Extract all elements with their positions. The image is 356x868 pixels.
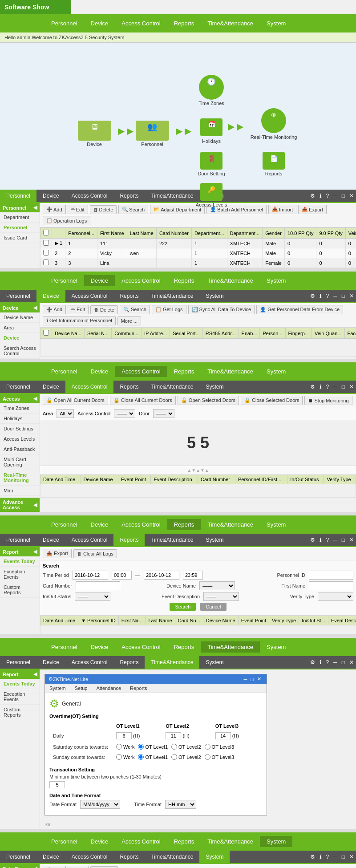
sat-ot1-radio[interactable] [138,744,144,750]
from-time-input[interactable] [112,571,132,580]
device-select-all[interactable] [43,330,49,336]
nav-device-3[interactable]: Device [84,366,115,377]
tab-device-a[interactable]: Device [36,381,65,393]
get-personnel-button[interactable]: 👤 Get Personnel Data From Device [256,305,343,314]
info-icon-4[interactable]: ℹ [317,535,324,545]
edit-device-button[interactable]: ✏ Edit [68,305,89,314]
col-event-desc[interactable]: Event Description [151,475,198,484]
sidebar-item-realtime[interactable]: Real-Time Monitoring [0,470,40,486]
col-ip[interactable]: IP Addre... [142,328,170,339]
verify-type-select[interactable] [318,592,353,601]
col-ep[interactable]: Event Point [238,616,269,625]
nav-access-6[interactable]: Access Control [115,836,167,847]
sidebar-item-access-levels[interactable]: Access Levels [0,434,40,444]
nav-access-4[interactable]: Access Control [115,519,167,530]
sat-ot2-label[interactable]: OT Level2 [171,744,201,750]
personnel-id-input[interactable] [309,571,353,580]
settings-icon-6[interactable]: ⚙ [308,852,317,862]
search-reports-button[interactable]: Search [170,603,196,611]
col-dn[interactable]: Device Name [203,616,238,625]
tab-reports-t[interactable]: Reports [113,656,145,669]
popup-menu-system[interactable]: System [45,684,70,693]
popup-menu-reports[interactable]: Reports [125,684,152,693]
help-icon-4[interactable]: ? [324,535,332,545]
sidebar-item-device-name[interactable]: Device Name [0,312,40,323]
row-check-1[interactable] [43,240,49,246]
row-check-2[interactable] [43,250,49,256]
col-card[interactable]: Card Number [156,228,191,239]
restore-icon[interactable]: □ [340,191,347,201]
tab-access-t[interactable]: Access Control [65,656,114,669]
sun-ot2-radio[interactable] [171,754,177,760]
col-enable[interactable]: Enab... [239,328,260,339]
nav-access-5[interactable]: Access Control [115,641,167,653]
tab-access-a[interactable]: Access Control [65,381,114,393]
tab-system-r[interactable]: System [199,534,230,546]
col-serial[interactable]: Serial N... [84,328,111,339]
sidebar-section-device[interactable]: Device ◀ [0,303,40,312]
col-gender[interactable]: Gender [263,228,285,239]
sun-ot2-label[interactable]: OT Level2 [171,754,201,760]
sat-ot2-radio[interactable] [171,744,177,750]
op-logs-button[interactable]: 📋 Operation Logs [43,216,90,225]
col-device-name[interactable]: Device Na... [52,328,85,339]
date-format-select[interactable]: MM/dd/yyyy [80,800,120,809]
tab-device[interactable]: Device [36,190,65,202]
sidebar-item-search-access[interactable]: Search Access Control [0,343,40,359]
more-button[interactable]: More ... [117,316,141,325]
tab-personnel-a[interactable]: Personnel [0,381,36,393]
clear-logs-button[interactable]: 🗑 Clear All Logs [73,549,117,558]
tab-time[interactable]: Time&Attendance [145,190,199,202]
nav-time-3[interactable]: Time&Attendance [201,366,260,377]
tab-time-a[interactable]: Time&Attendance [145,381,199,393]
close-icon-4[interactable]: ✕ [347,535,356,545]
delete-device-button[interactable]: 🗑 Delete [90,305,118,314]
col-card-number[interactable]: Card Number [198,475,235,484]
sidebar-section-access[interactable]: Access ◀ [0,394,40,403]
door-select[interactable]: —— [153,409,174,418]
delete-button[interactable]: 🗑 Delete [90,205,117,214]
edit-button[interactable]: ✏ Edit [68,205,88,214]
sat-ot3-label[interactable]: OT Level3 [205,744,235,750]
popup-minimize[interactable]: ─ [242,677,249,682]
tab-device-r[interactable]: Device [36,534,65,546]
nav-system-6[interactable]: System [260,836,292,847]
row-check-3[interactable] [43,260,49,265]
device-name-select[interactable]: —— [199,581,235,590]
help-icon[interactable]: ? [324,191,332,201]
select-all-check[interactable] [43,230,49,235]
delete-system-button[interactable]: 🗑 Delete [90,866,118,868]
tab-personnel-t[interactable]: Personnel [0,656,36,669]
sidebar-item-door-settings[interactable]: Door Settings [0,424,40,434]
info-icon[interactable]: ℹ [317,191,324,201]
col-dept1[interactable]: Department... [191,228,227,239]
minimize-icon-3[interactable]: ─ [331,382,340,392]
search-device-button[interactable]: 🔍 Search [120,305,150,314]
sidebar-item-holidays[interactable]: Holidays [0,414,40,424]
tab-reports-a[interactable]: Reports [113,381,145,393]
nav-device-6[interactable]: Device [84,836,115,847]
sun-work-radio[interactable] [116,754,122,760]
add-button[interactable]: ➕ Add [43,205,66,214]
col-event-point[interactable]: Event Point [118,475,151,484]
tab-access-s[interactable]: Access Control [65,851,114,863]
min-punches-input[interactable] [49,781,65,788]
sidebar-item-issue-card[interactable]: Issue Card [0,233,40,243]
col-device-name-ac[interactable]: Device Name [81,475,118,484]
nav-device-4[interactable]: Device [84,519,115,530]
tab-access-r[interactable]: Access Control [65,534,114,546]
nav-reports-3[interactable]: Reports [167,366,201,377]
sidebar-item-exception-t[interactable]: Exception Events [0,689,40,705]
settings-icon-3[interactable]: ⚙ [308,382,317,392]
get-logs-button[interactable]: 📋 Get Logs [152,305,186,314]
sidebar-section-report[interactable]: Report ◀ [0,547,40,556]
sun-ot1-radio[interactable] [138,754,144,760]
daily-ot1-input[interactable] [116,732,132,739]
nav-time-6[interactable]: Time&Attendance [201,836,260,847]
get-info-button[interactable]: ℹ Get Information of Personnel [43,316,116,325]
help-icon-2[interactable]: ? [324,291,332,301]
settings-icon[interactable]: ⚙ [308,191,317,201]
sidebar-item-exception[interactable]: Exception Events [0,567,40,582]
sun-ot3-radio[interactable] [205,754,210,760]
tab-system-d[interactable]: System [199,290,230,302]
